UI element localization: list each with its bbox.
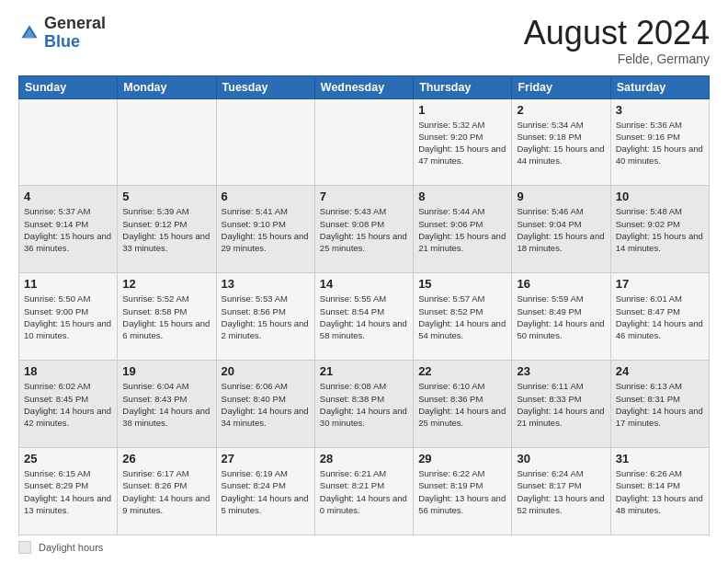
day-number: 21 <box>320 364 408 378</box>
day-number: 23 <box>517 364 605 378</box>
cell-5-5: 29Sunrise: 6:22 AM Sunset: 8:19 PM Dayli… <box>414 448 512 535</box>
day-info: Sunrise: 5:55 AM Sunset: 8:54 PM Dayligh… <box>320 293 408 341</box>
location: Felde, Germany <box>524 52 710 66</box>
day-info: Sunrise: 6:11 AM Sunset: 8:33 PM Dayligh… <box>517 380 605 429</box>
cell-1-1 <box>19 98 118 186</box>
day-info: Sunrise: 5:52 AM Sunset: 8:58 PM Dayligh… <box>122 293 210 341</box>
col-monday: Monday <box>118 75 216 98</box>
day-info: Sunrise: 5:32 AM Sunset: 9:20 PM Dayligh… <box>418 119 506 167</box>
day-number: 13 <box>222 277 310 291</box>
cell-2-2: 5Sunrise: 5:39 AM Sunset: 9:12 PM Daylig… <box>118 186 216 273</box>
cell-2-7: 10Sunrise: 5:48 AM Sunset: 9:02 PM Dayli… <box>610 186 709 273</box>
week-row-1: 1Sunrise: 5:32 AM Sunset: 9:20 PM Daylig… <box>19 98 710 186</box>
cell-2-3: 6Sunrise: 5:41 AM Sunset: 9:10 PM Daylig… <box>216 186 314 273</box>
day-info: Sunrise: 6:17 AM Sunset: 8:26 PM Dayligh… <box>122 467 210 516</box>
day-info: Sunrise: 5:43 AM Sunset: 9:08 PM Dayligh… <box>320 205 408 254</box>
day-info: Sunrise: 6:22 AM Sunset: 8:19 PM Dayligh… <box>418 467 506 516</box>
calendar-header: Sunday Monday Tuesday Wednesday Thursday… <box>19 75 710 98</box>
day-info: Sunrise: 6:02 AM Sunset: 8:45 PM Dayligh… <box>24 380 112 429</box>
col-sunday: Sunday <box>19 75 118 98</box>
day-info: Sunrise: 5:36 AM Sunset: 9:16 PM Dayligh… <box>616 119 704 167</box>
cell-5-2: 26Sunrise: 6:17 AM Sunset: 8:26 PM Dayli… <box>118 448 216 535</box>
day-info: Sunrise: 6:15 AM Sunset: 8:29 PM Dayligh… <box>24 467 112 516</box>
day-number: 5 <box>122 190 210 203</box>
day-number: 28 <box>320 452 408 465</box>
day-info: Sunrise: 5:50 AM Sunset: 9:00 PM Dayligh… <box>24 293 112 341</box>
day-info: Sunrise: 6:10 AM Sunset: 8:36 PM Dayligh… <box>418 380 506 429</box>
footer: Daylight hours <box>18 541 710 554</box>
week-row-5: 25Sunrise: 6:15 AM Sunset: 8:29 PM Dayli… <box>19 448 710 535</box>
cell-2-6: 9Sunrise: 5:46 AM Sunset: 9:04 PM Daylig… <box>512 186 610 273</box>
week-row-4: 18Sunrise: 6:02 AM Sunset: 8:45 PM Dayli… <box>19 361 710 448</box>
day-info: Sunrise: 5:46 AM Sunset: 9:04 PM Dayligh… <box>517 205 605 254</box>
day-info: Sunrise: 5:37 AM Sunset: 9:14 PM Dayligh… <box>24 205 112 254</box>
day-info: Sunrise: 5:34 AM Sunset: 9:18 PM Dayligh… <box>517 119 605 167</box>
footer-box <box>18 541 31 554</box>
cell-5-4: 28Sunrise: 6:21 AM Sunset: 8:21 PM Dayli… <box>314 448 413 535</box>
day-number: 30 <box>517 452 605 465</box>
day-number: 9 <box>517 190 605 203</box>
day-info: Sunrise: 5:53 AM Sunset: 8:56 PM Dayligh… <box>222 293 310 341</box>
day-info: Sunrise: 6:06 AM Sunset: 8:40 PM Dayligh… <box>222 380 310 429</box>
month-title: August 2024 <box>524 15 710 52</box>
cell-3-7: 17Sunrise: 6:01 AM Sunset: 8:47 PM Dayli… <box>610 273 709 361</box>
day-number: 7 <box>320 190 408 203</box>
day-info: Sunrise: 6:04 AM Sunset: 8:43 PM Dayligh… <box>122 380 210 429</box>
week-row-2: 4Sunrise: 5:37 AM Sunset: 9:14 PM Daylig… <box>19 186 710 273</box>
col-wednesday: Wednesday <box>314 75 413 98</box>
cell-1-5: 1Sunrise: 5:32 AM Sunset: 9:20 PM Daylig… <box>414 98 512 186</box>
day-info: Sunrise: 6:08 AM Sunset: 8:38 PM Dayligh… <box>320 380 408 429</box>
day-number: 18 <box>24 364 112 378</box>
cell-5-7: 31Sunrise: 6:26 AM Sunset: 8:14 PM Dayli… <box>610 448 709 535</box>
day-info: Sunrise: 5:41 AM Sunset: 9:10 PM Dayligh… <box>222 205 310 254</box>
cell-3-5: 15Sunrise: 5:57 AM Sunset: 8:52 PM Dayli… <box>414 273 512 361</box>
cell-5-1: 25Sunrise: 6:15 AM Sunset: 8:29 PM Dayli… <box>19 448 118 535</box>
cell-4-4: 21Sunrise: 6:08 AM Sunset: 8:38 PM Dayli… <box>314 361 413 448</box>
col-friday: Friday <box>512 75 610 98</box>
day-number: 12 <box>122 277 210 291</box>
day-info: Sunrise: 6:21 AM Sunset: 8:21 PM Dayligh… <box>320 467 408 516</box>
cell-4-3: 20Sunrise: 6:06 AM Sunset: 8:40 PM Dayli… <box>216 361 314 448</box>
day-number: 6 <box>222 190 310 203</box>
day-number: 8 <box>418 190 506 203</box>
day-number: 31 <box>616 452 704 465</box>
cell-3-3: 13Sunrise: 5:53 AM Sunset: 8:56 PM Dayli… <box>216 273 314 361</box>
cell-3-2: 12Sunrise: 5:52 AM Sunset: 8:58 PM Dayli… <box>118 273 216 361</box>
day-number: 2 <box>517 103 605 117</box>
cell-4-2: 19Sunrise: 6:04 AM Sunset: 8:43 PM Dayli… <box>118 361 216 448</box>
day-number: 17 <box>616 277 704 291</box>
cell-2-1: 4Sunrise: 5:37 AM Sunset: 9:14 PM Daylig… <box>19 186 118 273</box>
day-number: 15 <box>418 277 506 291</box>
cell-4-1: 18Sunrise: 6:02 AM Sunset: 8:45 PM Dayli… <box>19 361 118 448</box>
cell-1-2 <box>118 98 216 186</box>
day-number: 4 <box>24 190 112 203</box>
day-number: 24 <box>616 364 704 378</box>
day-number: 25 <box>24 452 112 465</box>
cell-5-6: 30Sunrise: 6:24 AM Sunset: 8:17 PM Dayli… <box>512 448 610 535</box>
cell-1-3 <box>216 98 314 186</box>
day-info: Sunrise: 6:01 AM Sunset: 8:47 PM Dayligh… <box>616 293 704 341</box>
day-info: Sunrise: 5:57 AM Sunset: 8:52 PM Dayligh… <box>418 293 506 341</box>
day-number: 14 <box>320 277 408 291</box>
day-info: Sunrise: 5:39 AM Sunset: 9:12 PM Dayligh… <box>122 205 210 254</box>
cell-1-4 <box>314 98 413 186</box>
col-tuesday: Tuesday <box>216 75 314 98</box>
col-saturday: Saturday <box>610 75 709 98</box>
day-number: 19 <box>122 364 210 378</box>
cell-3-1: 11Sunrise: 5:50 AM Sunset: 9:00 PM Dayli… <box>19 273 118 361</box>
cell-5-3: 27Sunrise: 6:19 AM Sunset: 8:24 PM Dayli… <box>216 448 314 535</box>
cell-4-7: 24Sunrise: 6:13 AM Sunset: 8:31 PM Dayli… <box>610 361 709 448</box>
day-info: Sunrise: 5:48 AM Sunset: 9:02 PM Dayligh… <box>616 205 704 254</box>
day-number: 26 <box>122 452 210 465</box>
header-row: Sunday Monday Tuesday Wednesday Thursday… <box>19 75 710 98</box>
day-info: Sunrise: 6:13 AM Sunset: 8:31 PM Dayligh… <box>616 380 704 429</box>
cell-2-5: 8Sunrise: 5:44 AM Sunset: 9:06 PM Daylig… <box>414 186 512 273</box>
day-number: 22 <box>418 364 506 378</box>
logo-icon <box>18 22 40 44</box>
day-number: 16 <box>517 277 605 291</box>
day-number: 29 <box>418 452 506 465</box>
logo: General Blue <box>18 15 106 52</box>
col-thursday: Thursday <box>414 75 512 98</box>
logo-blue-text: Blue <box>44 32 80 51</box>
day-info: Sunrise: 5:59 AM Sunset: 8:49 PM Dayligh… <box>517 293 605 341</box>
